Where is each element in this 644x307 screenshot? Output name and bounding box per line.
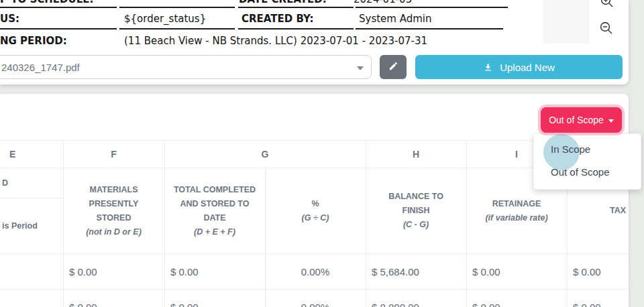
pdf-value-date-created: 2024-01-05	[354, 0, 412, 5]
pdf-label-created-by: CREATED BY:	[241, 13, 314, 25]
pdf-thumbnail-strip	[543, 0, 589, 44]
menu-item-out-of-scope[interactable]: Out of Scope	[534, 160, 641, 183]
table-cell: $ 0.00	[164, 290, 265, 307]
pdf-rule	[356, 7, 508, 8]
table-cell: $ 5,684.00	[366, 254, 466, 289]
payment-application-screen: P TO SCHEDULE: DATE CREATED: 2024-01-05 …	[0, 0, 644, 307]
upload-new-label: Upload New	[500, 62, 555, 73]
upload-new-button[interactable]: Upload New	[415, 55, 623, 79]
table-cell: 0.00%	[265, 290, 366, 307]
menu-item-in-scope[interactable]: In Scope	[534, 137, 641, 160]
header-percent: % (G ÷ C)	[265, 168, 366, 253]
pdf-rule	[119, 28, 235, 29]
pdf-label-billing-period: NG PERIOD:	[0, 35, 67, 47]
zoom-in-icon[interactable]	[600, 0, 614, 9]
pdf-rule	[356, 28, 503, 29]
schedule-table-card: E F G H I D is Period MATERIALSPRESENTLY…	[0, 94, 629, 307]
pdf-rule	[0, 7, 117, 8]
chevron-down-icon	[357, 66, 364, 70]
pdf-rule	[0, 28, 117, 29]
header-balance-to-finish: BALANCE TOFINISH (C - G)	[366, 168, 466, 253]
table-cell: $ 0.00	[466, 254, 567, 289]
table-row	[0, 254, 63, 289]
pdf-value-billing-period: (11 Beach View - NB Strands. LLC) 2023-0…	[124, 35, 427, 47]
pdf-file-select[interactable]: 240326_1747.pdf	[0, 55, 372, 79]
col-letter-e: E	[0, 141, 63, 168]
out-of-scope-dropdown-button[interactable]: Out of Scope	[541, 107, 622, 133]
header-materials-stored: MATERIALSPRESENTLYSTORED (not in D or E)	[63, 168, 164, 253]
pdf-file-select-value: 240326_1747.pdf	[1, 62, 80, 73]
table-cell: $ 0.00	[63, 254, 164, 289]
pdf-rule	[238, 7, 354, 8]
pdf-rule	[119, 7, 235, 8]
pdf-label-schedule: P TO SCHEDULE:	[0, 0, 93, 5]
pdf-preview-card: P TO SCHEDULE: DATE CREATED: 2024-01-05 …	[0, 0, 629, 84]
caret-down-icon	[608, 119, 614, 123]
table-cell: $ 0.00	[567, 254, 629, 289]
pdf-label-status: US:	[0, 13, 19, 25]
pencil-icon	[388, 61, 398, 74]
header-this-period-fragment: is Period	[2, 198, 63, 253]
table-cell: $ 8,800.00	[366, 290, 466, 307]
table-cell: $ 0.00	[466, 290, 567, 307]
pdf-value-created-by: System Admin	[359, 13, 432, 25]
table-cell: $ 0.00	[164, 254, 265, 289]
header-total-completed: TOTAL COMPLETEDAND STORED TODATE (D + E …	[164, 168, 265, 253]
pdf-label-date-created: DATE CREATED:	[239, 0, 327, 5]
col-letter-g: G	[164, 141, 366, 168]
upload-icon	[483, 62, 493, 72]
edit-file-button[interactable]	[380, 55, 407, 79]
header-work-completed-fragment: D	[2, 168, 63, 198]
out-of-scope-button-label: Out of Scope	[549, 115, 604, 125]
table-cell: $ 0.00	[63, 290, 164, 307]
pdf-rule	[238, 28, 354, 29]
col-letter-f: F	[63, 141, 164, 168]
zoom-out-icon[interactable]	[599, 21, 614, 36]
col-letter-h: H	[366, 141, 466, 168]
pdf-value-status: ${order_status}	[124, 13, 206, 25]
scope-dropdown-menu: In Scope Out of Scope	[533, 133, 641, 190]
table-cell: 0.00%	[265, 254, 366, 289]
table-cell: $ 0.00	[567, 290, 629, 307]
table-row	[0, 290, 63, 307]
